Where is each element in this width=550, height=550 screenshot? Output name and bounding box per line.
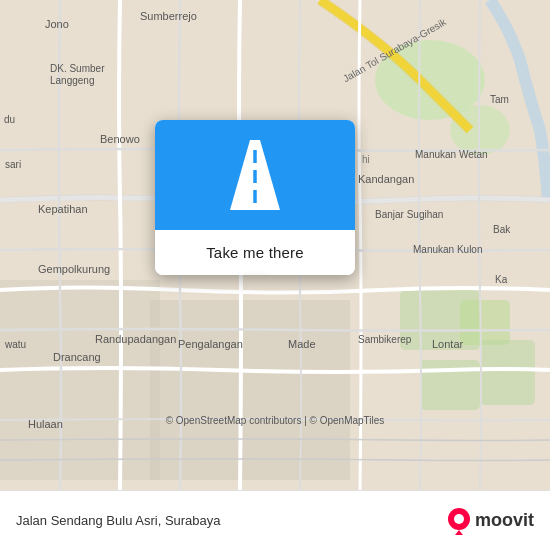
bottom-bar: Jalan Sendang Bulu Asri, Surabaya moovit: [0, 490, 550, 550]
svg-text:Manukan Wetan: Manukan Wetan: [415, 149, 488, 160]
take-me-there-button[interactable]: Take me there: [155, 230, 355, 275]
road-icon: [215, 135, 295, 215]
svg-text:Drancang: Drancang: [53, 351, 101, 363]
svg-text:Manukan Kulon: Manukan Kulon: [413, 244, 483, 255]
popup-card: Take me there: [155, 120, 355, 275]
copyright-text: © OpenStreetMap contributors | © OpenMap…: [0, 413, 550, 428]
svg-text:Sumberrejo: Sumberrejo: [140, 10, 197, 22]
svg-text:Pengalangan: Pengalangan: [178, 338, 243, 350]
moovit-icon: [447, 507, 471, 535]
svg-text:Ka: Ka: [495, 274, 508, 285]
svg-text:Randupadangan: Randupadangan: [95, 333, 176, 345]
svg-rect-7: [0, 280, 160, 480]
map-container: Jono Sumberrejo DK. Sumber Langgeng Beno…: [0, 0, 550, 490]
svg-rect-5: [460, 300, 510, 345]
svg-text:Lontar: Lontar: [432, 338, 464, 350]
svg-text:Jono: Jono: [45, 18, 69, 30]
svg-text:hi: hi: [362, 154, 370, 165]
svg-text:DK. Sumber: DK. Sumber: [50, 63, 105, 74]
moovit-logo-text: moovit: [475, 510, 534, 531]
svg-text:Kepatihan: Kepatihan: [38, 203, 88, 215]
svg-text:Bak: Bak: [493, 224, 511, 235]
popup-icon-area: [155, 120, 355, 230]
svg-text:watu: watu: [4, 339, 26, 350]
svg-text:Langgeng: Langgeng: [50, 75, 95, 86]
svg-text:Gempolkurung: Gempolkurung: [38, 263, 110, 275]
svg-text:Benowo: Benowo: [100, 133, 140, 145]
svg-text:Tam: Tam: [490, 94, 509, 105]
moovit-logo: moovit: [447, 507, 534, 535]
svg-text:du: du: [4, 114, 15, 125]
svg-text:Sambikerep: Sambikerep: [358, 334, 412, 345]
svg-text:Made: Made: [288, 338, 316, 350]
svg-rect-6: [480, 340, 535, 405]
svg-point-40: [454, 514, 464, 524]
svg-text:Kandangan: Kandangan: [358, 173, 414, 185]
svg-text:Banjar Sugihan: Banjar Sugihan: [375, 209, 443, 220]
svg-text:sari: sari: [5, 159, 21, 170]
location-text: Jalan Sendang Bulu Asri, Surabaya: [16, 513, 221, 528]
